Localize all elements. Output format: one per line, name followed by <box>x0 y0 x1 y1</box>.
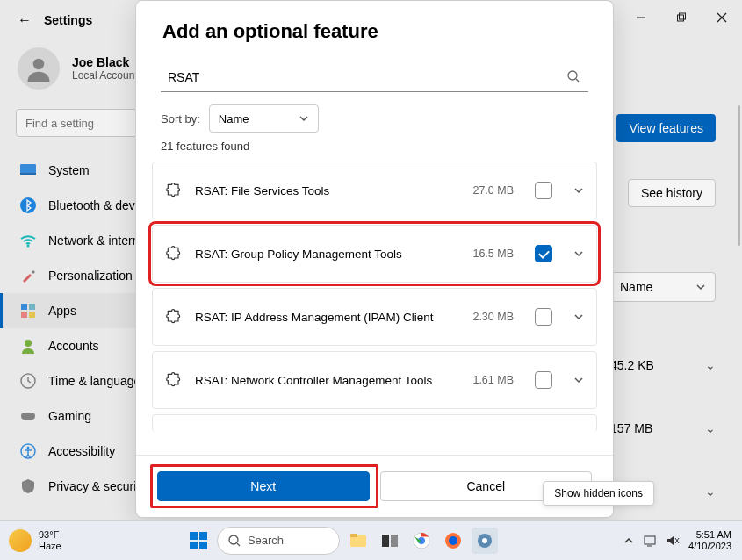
feature-name: RSAT: File Services Tools <box>195 184 460 197</box>
chevron-down-icon[interactable] <box>573 185 584 196</box>
feature-name: RSAT: Group Policy Management Tools <box>195 248 460 261</box>
clock-date: 4/10/2023 <box>688 541 731 552</box>
chevron-down-icon <box>299 113 309 124</box>
chevron-down-icon[interactable] <box>573 375 584 385</box>
taskbar: 93°FHaze Search 5:51 AM4/10/2023 <box>0 520 742 560</box>
tray-expand-button[interactable] <box>623 535 634 546</box>
svg-point-19 <box>568 71 577 80</box>
svg-line-20 <box>576 79 579 82</box>
search-icon <box>567 70 580 83</box>
feature-row[interactable]: RSAT: Network Controller Management Tool… <box>152 351 597 409</box>
feature-checkbox[interactable] <box>535 308 552 326</box>
start-button[interactable] <box>185 528 212 554</box>
feature-size: 16.5 MB <box>472 248 514 260</box>
puzzle-icon <box>165 182 183 199</box>
puzzle-icon <box>165 308 183 326</box>
weather-temp: 93°F <box>39 529 61 541</box>
svg-point-34 <box>449 536 457 545</box>
tray-tooltip: Show hidden icons <box>543 481 654 506</box>
search-icon <box>228 535 241 547</box>
system-tray: 5:51 AM4/10/2023 <box>613 529 742 551</box>
feature-name: RSAT: Network Controller Management Tool… <box>195 374 460 387</box>
svg-rect-22 <box>199 532 207 540</box>
svg-rect-21 <box>190 532 198 540</box>
taskbar-search-label: Search <box>248 534 284 547</box>
svg-point-25 <box>229 535 238 544</box>
puzzle-icon <box>165 245 183 262</box>
chevron-down-icon[interactable] <box>573 248 584 259</box>
taskbar-taskview[interactable] <box>377 528 403 554</box>
feature-checkbox[interactable] <box>535 371 552 389</box>
taskbar-firefox[interactable] <box>440 528 466 554</box>
feature-row-partial <box>152 414 597 432</box>
network-tray-icon[interactable] <box>643 534 657 548</box>
taskbar-chrome[interactable] <box>408 528 435 554</box>
puzzle-icon <box>165 371 183 389</box>
feature-size: 2.30 MB <box>472 311 514 323</box>
svg-line-26 <box>237 543 240 546</box>
feature-list: RSAT: File Services Tools 27.0 MB RSAT: … <box>136 162 613 455</box>
clock-time: 5:51 AM <box>688 529 731 541</box>
dialog-footer: Next Cancel <box>136 455 613 517</box>
feature-checkbox[interactable] <box>535 245 552 262</box>
svg-rect-37 <box>645 536 655 544</box>
feature-size: 27.0 MB <box>472 184 514 197</box>
svg-point-36 <box>482 538 487 543</box>
taskbar-search[interactable]: Search <box>217 527 340 555</box>
taskbar-settings[interactable] <box>472 528 498 554</box>
weather-icon <box>9 529 32 552</box>
svg-rect-30 <box>391 535 398 547</box>
sort-by-value: Name <box>219 112 249 126</box>
feature-name: RSAT: IP Address Management (IPAM) Clien… <box>195 311 460 324</box>
volume-tray-icon[interactable] <box>666 534 680 548</box>
feature-row[interactable]: RSAT: File Services Tools 27.0 MB <box>152 162 597 219</box>
feature-search-input[interactable] <box>161 62 588 92</box>
svg-rect-23 <box>190 542 198 549</box>
svg-rect-28 <box>350 534 357 537</box>
feature-count: 21 features found <box>136 138 613 162</box>
weather-cond: Haze <box>39 541 61 552</box>
feature-row[interactable]: RSAT: IP Address Management (IPAM) Clien… <box>152 288 597 346</box>
feature-checkbox[interactable] <box>535 182 552 199</box>
sort-by-dropdown[interactable]: Name <box>209 104 319 133</box>
chevron-down-icon[interactable] <box>573 312 584 322</box>
svg-rect-29 <box>382 535 389 547</box>
sort-by-label: Sort by: <box>161 112 200 126</box>
add-optional-feature-dialog: Add an optional feature Sort by: Name 21… <box>135 0 614 518</box>
svg-rect-24 <box>199 542 207 549</box>
next-button[interactable]: Next <box>157 471 370 501</box>
taskbar-clock[interactable]: 5:51 AM4/10/2023 <box>688 529 731 551</box>
feature-size: 1.61 MB <box>472 374 514 386</box>
weather-widget[interactable]: 93°FHaze <box>0 529 70 552</box>
taskbar-explorer[interactable] <box>345 528 371 554</box>
dialog-title: Add an optional feature <box>162 20 587 43</box>
feature-row[interactable]: RSAT: Group Policy Management Tools 16.5… <box>152 225 597 283</box>
